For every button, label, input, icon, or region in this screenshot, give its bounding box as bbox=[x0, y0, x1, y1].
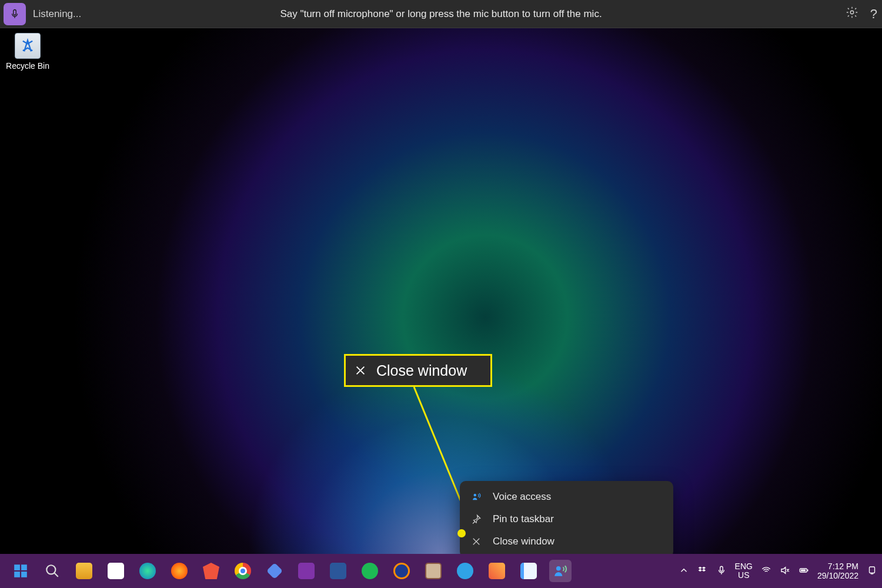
tray-notifications[interactable] bbox=[867, 565, 877, 577]
taskbar-app-todo[interactable] bbox=[263, 560, 286, 582]
help-button[interactable]: ? bbox=[870, 6, 877, 22]
volume-mute-icon bbox=[780, 565, 790, 576]
microphone-button[interactable] bbox=[4, 3, 26, 25]
callout-target-dot bbox=[457, 529, 466, 537]
notion-icon bbox=[108, 563, 124, 579]
taskbar-app-clipboard[interactable] bbox=[422, 560, 445, 582]
language-line2: US bbox=[735, 571, 753, 580]
tray-dropbox[interactable] bbox=[697, 565, 708, 577]
context-item-voice-access[interactable]: Voice access bbox=[460, 486, 673, 508]
taskbar: ENG US 7:12 PM 29/10/2022 bbox=[0, 554, 882, 588]
powertoys-icon bbox=[489, 563, 505, 579]
battery-icon bbox=[799, 565, 809, 576]
search-icon bbox=[45, 563, 60, 579]
recycle-bin-icon bbox=[15, 33, 41, 59]
context-item-label: Close window bbox=[493, 536, 554, 547]
microphone-icon bbox=[716, 565, 727, 576]
tray-volume[interactable] bbox=[780, 565, 790, 577]
taskbar-app-firefox[interactable] bbox=[168, 560, 191, 582]
voice-hint-text: Say "turn off microphone" or long press … bbox=[280, 8, 602, 20]
edge-icon bbox=[139, 563, 156, 579]
taskbar-app-powertoys[interactable] bbox=[486, 560, 508, 582]
svg-rect-9 bbox=[720, 566, 723, 571]
taskbar-app-telegram[interactable] bbox=[454, 560, 476, 582]
context-item-label: Voice access bbox=[493, 491, 551, 503]
brave-icon bbox=[203, 563, 219, 579]
svg-line-1 bbox=[414, 387, 465, 510]
svg-rect-12 bbox=[801, 569, 806, 571]
bell-icon bbox=[867, 565, 877, 576]
microphone-icon bbox=[9, 9, 20, 19]
clock[interactable]: 7:12 PM 29/10/2022 bbox=[817, 562, 858, 580]
svg-point-7 bbox=[46, 565, 55, 574]
search-button[interactable] bbox=[41, 560, 64, 582]
firefox-icon bbox=[171, 563, 188, 579]
taskbar-app-spotify[interactable] bbox=[359, 560, 381, 582]
recycle-bin[interactable]: Recycle Bin bbox=[5, 33, 51, 71]
telegram-icon bbox=[457, 563, 473, 579]
close-icon bbox=[470, 536, 482, 547]
svg-rect-3 bbox=[14, 564, 20, 570]
context-item-close-window[interactable]: Close window bbox=[460, 530, 673, 553]
onenote-icon bbox=[298, 563, 315, 579]
wifi-icon bbox=[761, 565, 771, 576]
context-item-label: Pin to taskbar bbox=[493, 513, 554, 525]
svg-rect-6 bbox=[21, 572, 27, 577]
dropbox-icon bbox=[697, 565, 708, 576]
svg-rect-4 bbox=[21, 564, 27, 570]
voice-access-icon bbox=[470, 491, 482, 503]
svg-point-0 bbox=[850, 11, 854, 14]
language-line1: ENG bbox=[735, 562, 753, 571]
close-icon bbox=[354, 364, 367, 377]
notepad-icon bbox=[520, 563, 537, 579]
callout-close-window: Close window bbox=[344, 354, 492, 387]
taskbar-app-file-explorer[interactable] bbox=[73, 560, 95, 582]
chevron-up-icon bbox=[679, 565, 689, 576]
voice-status-text: Listening... bbox=[33, 8, 81, 20]
taskbar-app-voice-access[interactable] bbox=[549, 560, 572, 582]
desktop[interactable]: Recycle Bin Close window Voice access Pi… bbox=[0, 28, 882, 554]
todo-icon bbox=[266, 563, 283, 579]
svg-rect-11 bbox=[807, 569, 808, 571]
gear-icon bbox=[846, 6, 858, 19]
voice-access-bar: Listening... Say "turn off microphone" o… bbox=[0, 0, 882, 28]
taskbar-app-brave[interactable] bbox=[200, 560, 222, 582]
taskbar-app-audacity[interactable] bbox=[390, 560, 413, 582]
recycle-bin-label: Recycle Bin bbox=[5, 61, 51, 71]
language-indicator[interactable]: ENG US bbox=[735, 562, 753, 580]
windows-icon bbox=[13, 563, 28, 579]
word-icon bbox=[330, 563, 346, 579]
pin-icon bbox=[470, 513, 482, 525]
taskbar-apps bbox=[9, 560, 572, 582]
headphones-icon bbox=[393, 563, 410, 579]
folder-icon bbox=[76, 563, 92, 579]
voice-access-icon bbox=[553, 563, 568, 579]
chrome-icon bbox=[235, 563, 251, 579]
svg-rect-5 bbox=[14, 572, 20, 577]
taskbar-app-notion[interactable] bbox=[105, 560, 127, 582]
taskbar-context-menu: Voice access Pin to taskbar Close window bbox=[460, 481, 673, 557]
start-button[interactable] bbox=[9, 560, 32, 582]
taskbar-app-edge[interactable] bbox=[136, 560, 159, 582]
tray-chevron[interactable] bbox=[679, 565, 689, 577]
clipboard-icon bbox=[425, 563, 442, 579]
taskbar-app-chrome[interactable] bbox=[232, 560, 254, 582]
tray-microphone[interactable] bbox=[716, 565, 727, 577]
svg-point-2 bbox=[474, 494, 477, 497]
taskbar-app-notepad[interactable] bbox=[517, 560, 540, 582]
spotify-icon bbox=[362, 563, 378, 579]
tray-wifi[interactable] bbox=[761, 565, 771, 577]
tray-battery[interactable] bbox=[799, 565, 809, 577]
settings-button[interactable] bbox=[846, 6, 858, 22]
context-item-pin-to-taskbar[interactable]: Pin to taskbar bbox=[460, 508, 673, 530]
callout-label: Close window bbox=[376, 362, 467, 379]
clock-date: 29/10/2022 bbox=[817, 571, 858, 580]
svg-rect-13 bbox=[870, 567, 875, 573]
taskbar-app-onenote[interactable] bbox=[295, 560, 318, 582]
clock-time: 7:12 PM bbox=[817, 562, 858, 571]
svg-point-8 bbox=[556, 566, 561, 571]
taskbar-app-word[interactable] bbox=[327, 560, 349, 582]
